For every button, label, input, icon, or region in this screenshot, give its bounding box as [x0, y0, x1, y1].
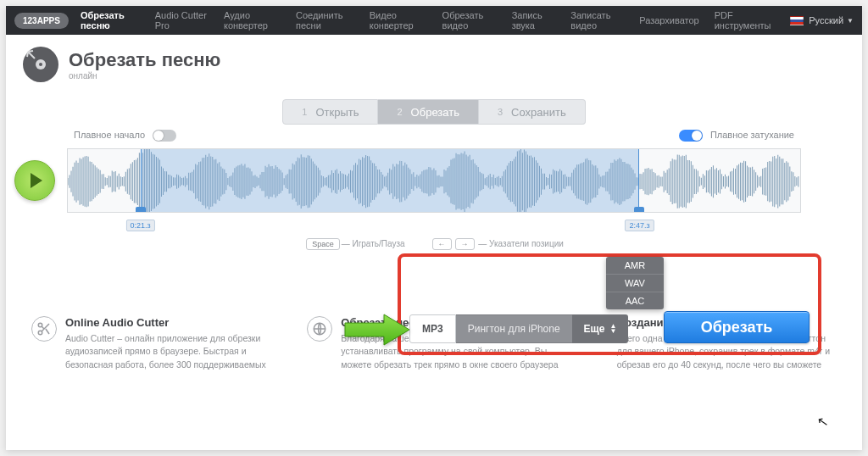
keyboard-hints: Space— Играть/Пауза ←→ — Указатели позиц…: [6, 238, 862, 250]
page-header: Обрезать песню онлайн: [6, 35, 862, 87]
feature-card: Online Audio Cutter Audio Cutter – онлай…: [31, 316, 285, 371]
waveform[interactable]: 0:21.з 02-05_T.N.T..mp3 3:35: [67, 148, 801, 213]
highlight-box: AMR WAV AAC MP3 Рингтон для iPhone Еще▲▼…: [398, 253, 821, 355]
scissors-icon: [31, 316, 57, 342]
nav-item-audio-converter[interactable]: Аудио конвертер: [224, 10, 281, 31]
svg-point-2: [39, 63, 42, 66]
nav-item-archive[interactable]: Разархиватор: [639, 15, 699, 25]
step-bar: 1Открыть 2Обрезать 3Сохранить: [6, 99, 862, 125]
page-title: Обрезать песню: [69, 49, 220, 71]
end-handle[interactable]: [634, 207, 644, 213]
nav-item-voice-recorder[interactable]: Запись звука: [512, 10, 556, 31]
nav-item-pro[interactable]: Audio Cutter Pro: [155, 10, 209, 31]
fade-out-toggle[interactable]: [679, 130, 703, 142]
feature-title: Online Audio Cutter: [65, 316, 285, 329]
fade-in-label: Плавное начало: [74, 130, 145, 140]
step-save[interactable]: 3Сохранить: [479, 99, 586, 125]
key-right: →: [455, 238, 475, 250]
start-handle[interactable]: [136, 207, 146, 213]
arrow-annotation: [343, 313, 411, 347]
fade-in-control[interactable]: Плавное начало: [74, 130, 181, 142]
format-more-label: Еще: [584, 323, 605, 335]
chevron-down-icon: ▼: [847, 17, 854, 25]
step-num: 3: [498, 107, 503, 117]
fade-in-toggle[interactable]: [153, 130, 176, 142]
format-row: MP3 Рингтон для iPhone Еще▲▼: [409, 314, 628, 343]
cursor-icon: ↖: [815, 413, 829, 431]
step-open[interactable]: 1Открыть: [282, 99, 378, 125]
fade-out-control[interactable]: Плавное затухание: [674, 130, 794, 142]
up-down-icon: ▲▼: [609, 324, 616, 334]
flag-icon: [790, 16, 804, 25]
nav-item-video-recorder[interactable]: Записать видео: [570, 10, 624, 31]
key-left: ←: [432, 238, 452, 250]
format-more-button[interactable]: Еще▲▼: [572, 314, 629, 343]
language-selector[interactable]: Русский ▼: [790, 15, 854, 25]
start-time-label: 0:21.з: [126, 220, 155, 231]
page-subtitle: онлайн: [69, 71, 220, 81]
play-button[interactable]: [14, 160, 55, 201]
waveform-area: 0:21.з 02-05_T.N.T..mp3 3:35 0:21.з 2:47…: [67, 148, 801, 213]
end-time-label: 2:47.з: [625, 220, 654, 231]
step-num: 2: [397, 107, 402, 117]
nav-item-pdf[interactable]: PDF инструменты: [715, 10, 776, 31]
format-mp3-button[interactable]: MP3: [409, 314, 456, 343]
hint-arrows-text: — Указатели позиции: [478, 239, 563, 248]
globe-icon: [307, 316, 332, 342]
format-option-wav[interactable]: WAV: [606, 274, 664, 292]
nav-item-video-cutter[interactable]: Обрезать видео: [442, 10, 497, 31]
nav-item-cut-song[interactable]: Обрезать песню: [81, 10, 140, 31]
fade-out-label: Плавное затухание: [710, 130, 794, 140]
step-label: Сохранить: [511, 106, 566, 119]
top-nav: 123APPS Обрезать песню Audio Cutter Pro …: [6, 6, 862, 35]
step-cut[interactable]: 2Обрезать: [378, 99, 479, 125]
cut-button[interactable]: Обрезать: [664, 311, 810, 343]
format-dropdown[interactable]: AMR WAV AAC: [606, 257, 664, 309]
step-num: 1: [302, 107, 307, 117]
app-icon: [23, 47, 58, 82]
nav-item-joiner[interactable]: Соединить песни: [296, 10, 354, 31]
format-option-amr[interactable]: AMR: [606, 257, 664, 274]
key-space: Space: [306, 238, 340, 250]
hint-space-text: — Играть/Пауза: [342, 239, 405, 248]
feature-text: Audio Cutter – онлайн приложение для обр…: [65, 332, 285, 371]
nav-item-video-converter[interactable]: Видео конвертер: [370, 10, 427, 31]
step-label: Обрезать: [411, 106, 459, 119]
step-label: Открыть: [315, 106, 359, 119]
logo[interactable]: 123APPS: [14, 13, 69, 29]
selection-range[interactable]: [141, 149, 639, 212]
language-label: Русский: [809, 15, 843, 25]
format-option-aac[interactable]: AAC: [606, 292, 664, 309]
format-ringtone-button[interactable]: Рингтон для iPhone: [456, 314, 572, 343]
